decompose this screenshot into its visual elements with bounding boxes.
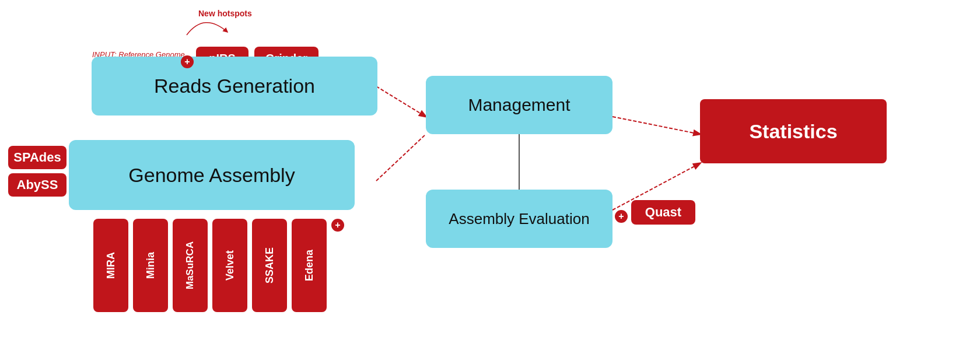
statistics-box[interactable]: Statistics <box>700 99 887 163</box>
plus-icon-assemblers: + <box>331 219 344 232</box>
velvet-box[interactable]: Velvet <box>212 219 247 312</box>
abyss-box[interactable]: AbySS <box>8 173 66 197</box>
minia-box[interactable]: Minia <box>133 219 168 312</box>
ssake-box[interactable]: SSAKE <box>252 219 287 312</box>
management-box[interactable]: Management <box>426 76 612 134</box>
mira-box[interactable]: MIRA <box>93 219 128 312</box>
assembly-evaluation-box[interactable]: Assembly Evaluation <box>426 190 612 248</box>
svg-line-2 <box>612 117 700 134</box>
edena-box[interactable]: Edena <box>292 219 327 312</box>
svg-line-1 <box>376 134 426 181</box>
new-hotspots-label: New hotspots <box>198 9 252 18</box>
masurca-box[interactable]: MaSuRCA <box>173 219 208 312</box>
diagram: New hotspots INPUT: Reference Genome,Raw… <box>0 0 980 343</box>
plus-icon-eval: + <box>615 210 628 223</box>
spades-box[interactable]: SPAdes <box>8 146 66 169</box>
plus-icon-input: + <box>181 55 194 68</box>
svg-line-0 <box>376 86 426 117</box>
reads-generation-box[interactable]: Reads Generation <box>92 57 377 116</box>
quast-box[interactable]: Quast <box>631 200 695 225</box>
genome-assembly-box[interactable]: Genome Assembly <box>69 140 355 210</box>
